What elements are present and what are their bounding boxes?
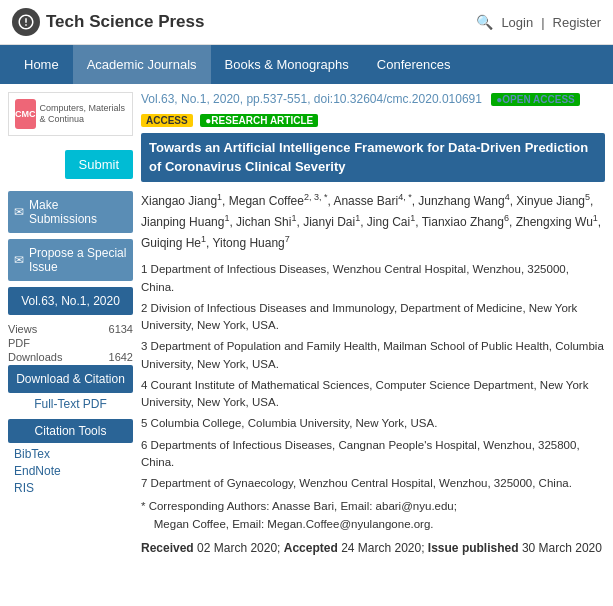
ris-link[interactable]: RIS (8, 481, 133, 495)
affiliation: 2 Division of Infectious Diseases and Im… (141, 300, 605, 335)
nav-conferences[interactable]: Conferences (363, 45, 465, 84)
search-icon[interactable]: 🔍 (476, 14, 493, 30)
submit-area: Submit (8, 150, 133, 185)
register-link[interactable]: Register (553, 15, 601, 30)
download-citation-button[interactable]: Download & Citation (8, 365, 133, 393)
affiliation: 7 Department of Gynaecology, Wenzhou Cen… (141, 475, 605, 492)
journal-logo: CMC Computers, Materials & Continua (8, 92, 133, 136)
affiliation: 4 Courant Institute of Mathematical Scie… (141, 377, 605, 412)
journal-logo-img: CMC (15, 99, 36, 129)
views-stat: Views 6134 (8, 323, 133, 335)
propose-issue-button[interactable]: ✉ Propose a Special Issue (8, 239, 133, 281)
logo-text: Tech Science Press (46, 12, 204, 32)
nav-academic-journals[interactable]: Academic Journals (73, 45, 211, 84)
volume-box: Vol.63, No.1, 2020 (8, 287, 133, 315)
affiliation: 3 Department of Population and Family He… (141, 338, 605, 373)
header: Tech Science Press 🔍 Login | Register (0, 0, 613, 45)
downloads-label: Downloads (8, 351, 62, 363)
endnote-link[interactable]: EndNote (8, 464, 133, 478)
gear-svg (17, 13, 35, 31)
bibtex-link[interactable]: BibTex (8, 447, 133, 461)
journal-name: Computers, Materials & Continua (40, 103, 127, 125)
article-title: Towards an Artificial Intelligence Frame… (141, 133, 605, 181)
full-text-pdf-link[interactable]: Full-Text PDF (8, 397, 133, 411)
pdf-label: PDF (8, 337, 30, 349)
corresponding-authors: * Corresponding Authors: Anasse Bari, Em… (141, 498, 605, 533)
envelope2-icon: ✉ (14, 253, 24, 267)
sidebar: CMC Computers, Materials & Continua Subm… (8, 92, 133, 557)
downloads-count: 1642 (109, 351, 133, 363)
submit-button[interactable]: Submit (65, 150, 133, 179)
logo-icon (12, 8, 40, 36)
downloads-count-row: Downloads 1642 (8, 351, 133, 363)
research-badge: ●RESEARCH ARTICLE (200, 114, 318, 127)
affiliations: 1 Department of Infectious Diseases, Wen… (141, 261, 605, 492)
affiliation: 5 Columbia College, Columbia University,… (141, 415, 605, 432)
affiliation: 1 Department of Infectious Diseases, Wen… (141, 261, 605, 296)
envelope-icon: ✉ (14, 205, 24, 219)
affiliation: 6 Departments of Infectious Diseases, Ca… (141, 437, 605, 472)
received-line: Received 02 March 2020; Accepted 24 Marc… (141, 539, 605, 557)
views-count: 6134 (109, 323, 133, 335)
main-layout: CMC Computers, Materials & Continua Subm… (0, 84, 613, 565)
nav-books[interactable]: Books & Monographs (211, 45, 363, 84)
divider: | (541, 15, 544, 30)
article-content: Vol.63, No.1, 2020, pp.537-551, doi:10.3… (141, 92, 605, 557)
authors: Xiangao Jiang1, Megan Coffee2, 3, *, Ana… (141, 190, 605, 254)
access-badge: ACCESS (141, 114, 193, 127)
navigation: Home Academic Journals Books & Monograph… (0, 45, 613, 84)
nav-home[interactable]: Home (10, 45, 73, 84)
article-meta: Vol.63, No.1, 2020, pp.537-551, doi:10.3… (141, 92, 605, 106)
badges-row: ACCESS ●RESEARCH ARTICLE (141, 112, 605, 127)
downloads-stat: PDF (8, 337, 133, 349)
citation-tools-header: Citation Tools (8, 419, 133, 443)
open-access-badge: ●OPEN ACCESS (491, 93, 579, 106)
header-right: 🔍 Login | Register (476, 14, 601, 30)
meta-text: Vol.63, No.1, 2020, pp.537-551, doi:10.3… (141, 92, 482, 106)
make-submissions-button[interactable]: ✉ Make Submissions (8, 191, 133, 233)
login-link[interactable]: Login (501, 15, 533, 30)
views-label: Views (8, 323, 37, 335)
logo: Tech Science Press (12, 8, 204, 36)
